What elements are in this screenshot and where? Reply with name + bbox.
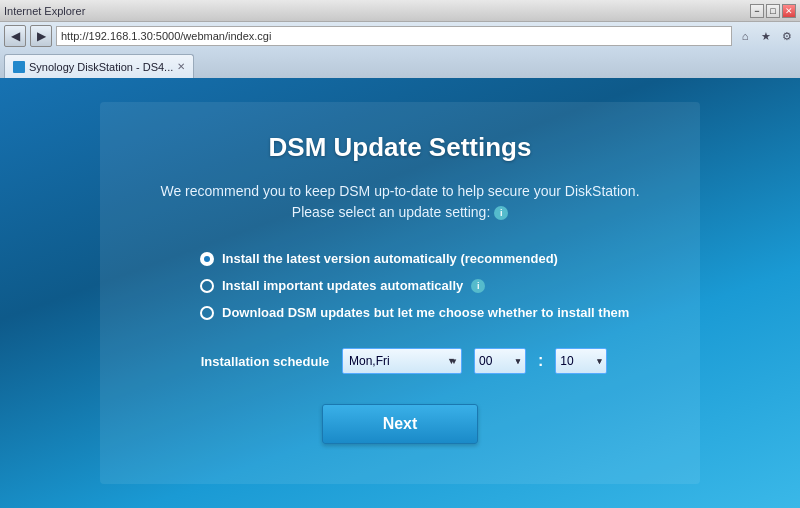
important-updates-info-icon[interactable]: i <box>471 279 485 293</box>
option-download-only[interactable]: Download DSM updates but let me choose w… <box>200 305 660 320</box>
tab-close-button[interactable]: ✕ <box>177 61 185 72</box>
day-select[interactable]: Mon,Fri Daily Mon-Fri Sat,Sun <box>342 348 462 374</box>
browser-name: Internet Explorer <box>4 5 85 17</box>
active-tab[interactable]: Synology DiskStation - DS4... ✕ <box>4 54 194 78</box>
titlebar: Internet Explorer − □ ✕ <box>0 0 800 22</box>
next-button[interactable]: Next <box>322 404 479 444</box>
option-important-updates-label: Install important updates automatically <box>222 278 463 293</box>
home-icon[interactable]: ⌂ <box>736 27 754 45</box>
tabs-bar: Synology DiskStation - DS4... ✕ <box>0 50 800 78</box>
dialog-title: DSM Update Settings <box>140 132 660 163</box>
radio-important-updates[interactable] <box>200 279 214 293</box>
back-button[interactable]: ◀ <box>4 25 26 47</box>
day-select-wrapper: Mon,Fri Daily Mon-Fri Sat,Sun ▼ <box>342 348 462 374</box>
radio-latest-version[interactable] <box>200 252 214 266</box>
forward-button[interactable]: ▶ <box>30 25 52 47</box>
update-options-group: Install the latest version automatically… <box>140 251 660 320</box>
hour-select-wrapper: 00 01020304 05060708 09101112 ▼ <box>474 348 526 374</box>
option-important-updates[interactable]: Install important updates automatically … <box>200 278 660 293</box>
time-separator: : <box>538 352 543 370</box>
browser-nav-icons: ⌂ ★ ⚙ <box>736 27 796 45</box>
titlebar-left: Internet Explorer <box>4 5 85 17</box>
tab-favicon <box>13 61 25 73</box>
installation-schedule-row: Installation schedule Mon,Fri Daily Mon-… <box>140 348 660 374</box>
minimize-button[interactable]: − <box>750 4 764 18</box>
option-latest-version-label: Install the latest version automatically… <box>222 251 558 266</box>
tab-label: Synology DiskStation - DS4... <box>29 61 173 73</box>
close-button[interactable]: ✕ <box>782 4 796 18</box>
dialog-subtitle: We recommend you to keep DSM up-to-date … <box>140 181 660 223</box>
schedule-label: Installation schedule <box>200 354 330 369</box>
hour-select[interactable]: 00 01020304 05060708 09101112 <box>474 348 526 374</box>
update-settings-dialog: DSM Update Settings We recommend you to … <box>100 102 700 484</box>
browser-chrome: ◀ ▶ ⌂ ★ ⚙ Synology DiskStation - DS4... … <box>0 22 800 78</box>
favorites-icon[interactable]: ★ <box>757 27 775 45</box>
titlebar-controls: − □ ✕ <box>750 4 796 18</box>
settings-icon[interactable]: ⚙ <box>778 27 796 45</box>
content-area: DSM Update Settings We recommend you to … <box>0 78 800 508</box>
restore-button[interactable]: □ <box>766 4 780 18</box>
radio-download-only[interactable] <box>200 306 214 320</box>
minute-select-wrapper: 0005 10 152025 303540 455055 ▼ <box>555 348 607 374</box>
option-latest-version[interactable]: Install the latest version automatically… <box>200 251 660 266</box>
navigation-bar: ◀ ▶ ⌂ ★ ⚙ <box>0 22 800 50</box>
minute-select[interactable]: 0005 10 152025 303540 455055 <box>555 348 607 374</box>
subtitle-info-icon[interactable]: i <box>494 206 508 220</box>
option-download-only-label: Download DSM updates but let me choose w… <box>222 305 629 320</box>
address-bar[interactable] <box>56 26 732 46</box>
